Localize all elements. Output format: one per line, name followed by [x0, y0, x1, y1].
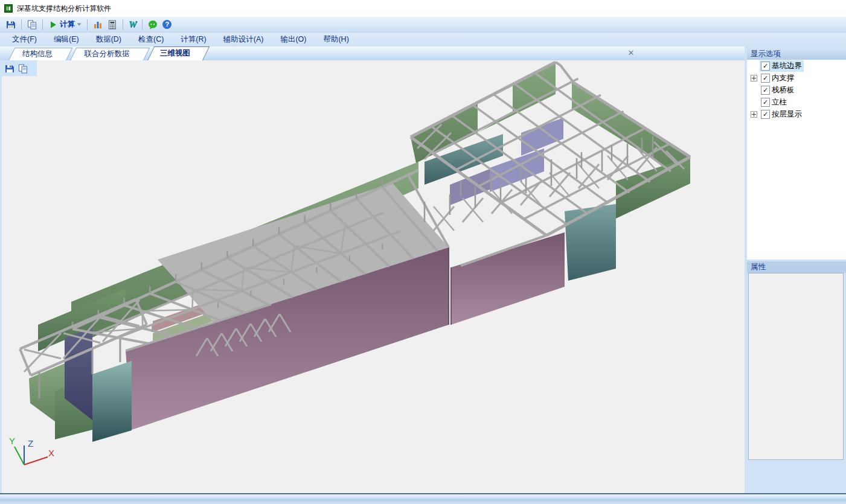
tree-item-trestle-plate[interactable]: 栈桥板 — [747, 84, 846, 96]
display-options-header: 显示选项 — [747, 48, 846, 60]
3d-view-area: YZX — [2, 60, 745, 493]
tree-item-label: 基坑边界 — [772, 61, 802, 71]
view-copy-button[interactable] — [18, 63, 28, 74]
menu-help[interactable]: 帮助(H) — [317, 33, 354, 46]
tab-joint-analysis-data[interactable]: 联合分析数据 — [70, 48, 144, 60]
view-toolbar — [2, 60, 37, 76]
close-icon[interactable]: ✕ — [626, 48, 636, 58]
dropdown-caret-icon[interactable] — [77, 23, 82, 26]
tree-item-show-by-layer[interactable]: 按层显示 — [747, 108, 846, 120]
svg-text:Z: Z — [28, 438, 33, 448]
bar-chart-icon — [93, 20, 103, 30]
menu-edit[interactable]: 编辑(E) — [48, 33, 85, 46]
tab-3d-view[interactable]: 三维视图 — [147, 46, 203, 60]
word-export-button[interactable]: W — [126, 18, 139, 31]
menu-aux-design[interactable]: 辅助设计(A) — [217, 33, 270, 46]
menu-check[interactable]: 检查(C) — [132, 33, 170, 46]
copy-icon — [18, 64, 28, 74]
save-button[interactable] — [4, 19, 18, 31]
title-bar: 深基坑支撑结构分析计算软件 — [0, 0, 846, 17]
run-label: 计算 — [60, 19, 75, 30]
expand-icon[interactable] — [751, 75, 757, 81]
chat-button[interactable] — [146, 19, 160, 31]
menu-calculate[interactable]: 计算(R) — [175, 33, 212, 46]
tab-strip: 结构信息 联合分析数据 三维视图 ✕ — [0, 46, 745, 60]
toolbar-separator — [87, 19, 88, 30]
3d-viewport[interactable]: YZX — [2, 60, 745, 493]
tree-item-label: 内支撑 — [772, 73, 795, 83]
toolbar-separator — [21, 19, 22, 30]
tree-item-label: 栈桥板 — [772, 85, 795, 95]
svg-text:Y: Y — [9, 436, 15, 446]
help-button[interactable]: ? — [160, 19, 174, 30]
status-bar — [0, 493, 846, 504]
chart-button[interactable] — [91, 19, 105, 31]
tree-item-column[interactable]: 立柱 — [747, 96, 846, 108]
menu-bar: 文件(F) 编辑(E) 数据(D) 检查(C) 计算(R) 辅助设计(A) 输出… — [0, 33, 846, 46]
copy-icon — [27, 20, 37, 30]
tab-structure-info[interactable]: 结构信息 — [8, 48, 66, 60]
calculator-icon — [107, 20, 117, 30]
properties-header: 属性 — [747, 261, 846, 273]
app-icon — [4, 4, 13, 13]
pit-walls — [29, 62, 690, 442]
play-icon — [48, 20, 58, 30]
save-icon — [5, 64, 14, 74]
window-title: 深基坑支撑结构分析计算软件 — [17, 4, 111, 14]
calculator-button[interactable] — [105, 19, 120, 31]
save-icon — [6, 20, 16, 30]
menu-data[interactable]: 数据(D) — [90, 33, 127, 46]
toolbar-separator — [42, 19, 43, 30]
toolbar-separator — [142, 19, 143, 30]
expand-icon[interactable] — [751, 111, 757, 118]
tree-item-label: 按层显示 — [772, 109, 802, 120]
display-options-tree: 基坑边界 内支撑 栈桥板 立柱 按层显示 — [747, 60, 846, 260]
main-toolbar: 计算 W — [0, 17, 846, 33]
right-panel: 显示选项 基坑边界 内支撑 栈桥板 立柱 按层显示 属性 — [745, 46, 846, 493]
toolbar-separator — [123, 19, 123, 30]
chat-icon — [148, 20, 158, 30]
menu-output[interactable]: 输出(O) — [274, 33, 312, 46]
menu-file[interactable]: 文件(F) — [6, 33, 43, 46]
help-icon: ? — [162, 20, 171, 29]
checkbox-column[interactable] — [761, 98, 770, 107]
checkbox-pit-boundary[interactable] — [761, 62, 770, 71]
checkbox-trestle-plate[interactable] — [761, 86, 770, 95]
svg-text:X: X — [48, 448, 54, 458]
properties-panel — [748, 273, 844, 460]
tree-item-inner-support[interactable]: 内支撑 — [747, 72, 846, 84]
axes-triad: YZX — [9, 436, 54, 465]
word-icon: W — [129, 19, 136, 30]
run-calculation-button[interactable]: 计算 — [46, 18, 84, 31]
view-save-button[interactable] — [5, 63, 14, 74]
tree-item-label: 立柱 — [772, 97, 787, 107]
tree-item-pit-boundary[interactable]: 基坑边界 — [747, 60, 846, 72]
checkbox-show-by-layer[interactable] — [761, 110, 770, 119]
copy-button[interactable] — [25, 19, 39, 31]
checkbox-inner-support[interactable] — [761, 74, 770, 83]
